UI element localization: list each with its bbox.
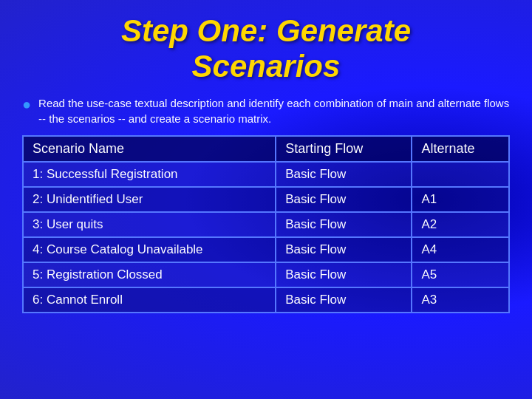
scenario-table: Scenario NameStarting FlowAlternate1: Su…: [22, 135, 510, 313]
scenario-name-cell: 2: Unidentified User: [23, 187, 276, 212]
scenario-name-cell: 5: Registration Clossed: [23, 262, 276, 287]
starting-flow-cell: Basic Flow: [276, 287, 412, 313]
bullet-text: Read the use-case textual description an…: [38, 95, 510, 126]
starting-flow-cell: Basic Flow: [276, 187, 412, 212]
alternate-cell: [412, 162, 509, 187]
title-line1: Step One: Generate: [121, 13, 411, 48]
alternate-cell: A5: [412, 262, 509, 287]
starting-flow-cell: Basic Flow: [276, 237, 412, 262]
alternate-cell: A2: [412, 212, 509, 237]
table-row: 2: Unidentified UserBasic FlowA1: [23, 187, 509, 212]
alternate-cell: A1: [412, 187, 509, 212]
starting-flow-cell: Basic Flow: [276, 162, 412, 187]
title-line2: Scenarios: [192, 49, 341, 83]
table-row: 3: User quitsBasic FlowA2: [23, 212, 509, 237]
bullet-item: ● Read the use-case textual description …: [22, 95, 510, 126]
scenario-name-cell: 4: Course Catalog Unavailable: [23, 237, 276, 262]
table-header-cell: Starting Flow: [276, 136, 412, 162]
scenario-name-cell: 6: Cannot Enroll: [23, 287, 276, 313]
table-row: 5: Registration ClossedBasic FlowA5: [23, 262, 509, 287]
alternate-cell: A4: [412, 237, 509, 262]
starting-flow-cell: Basic Flow: [276, 262, 412, 287]
alternate-cell: A3: [412, 287, 509, 313]
page-title: Step One: Generate Scenarios: [22, 13, 510, 85]
table-row: 6: Cannot EnrollBasic FlowA3: [23, 287, 509, 313]
starting-flow-cell: Basic Flow: [276, 212, 412, 237]
table-row: 1: Successful RegistrationBasic Flow: [23, 162, 509, 187]
bullet-icon: ●: [22, 94, 31, 115]
table-row: 4: Course Catalog UnavailableBasic FlowA…: [23, 237, 509, 262]
main-content: Step One: Generate Scenarios ● Read the …: [0, 0, 532, 321]
scenario-name-cell: 3: User quits: [23, 212, 276, 237]
table-header-cell: Scenario Name: [23, 136, 276, 162]
table-header-cell: Alternate: [412, 136, 509, 162]
scenario-name-cell: 1: Successful Registration: [23, 162, 276, 187]
